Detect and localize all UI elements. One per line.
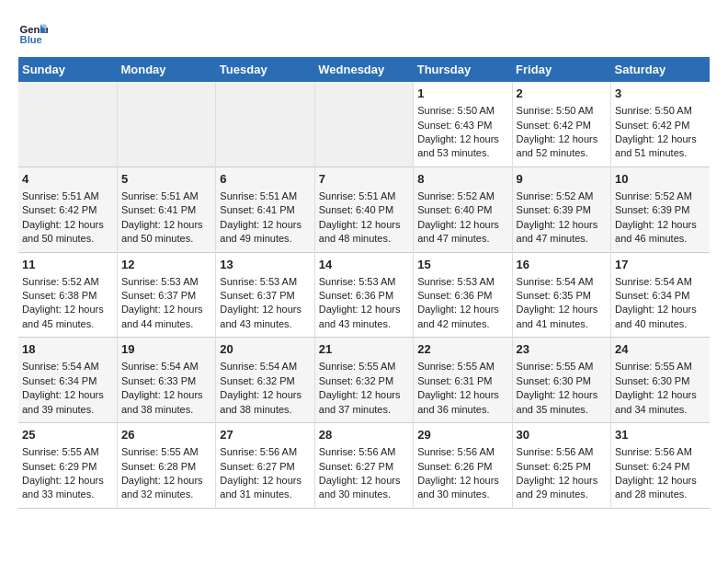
day-info: Sunrise: 5:52 AMSunset: 6:39 PMDaylight:… [517,190,598,244]
day-number: 17 [615,257,706,273]
day-cell-17: 17Sunrise: 5:54 AMSunset: 6:34 PMDayligh… [611,252,710,338]
day-cell-9: 9Sunrise: 5:52 AMSunset: 6:39 PMDaylight… [512,167,610,252]
day-info: Sunrise: 5:54 AMSunset: 6:32 PMDaylight:… [220,361,301,414]
day-info: Sunrise: 5:53 AMSunset: 6:36 PMDaylight:… [319,276,401,329]
day-info: Sunrise: 5:53 AMSunset: 6:36 PMDaylight:… [417,276,499,329]
day-number: 2 [517,86,607,102]
day-cell-empty [314,82,413,167]
day-info: Sunrise: 5:56 AMSunset: 6:24 PMDaylight:… [615,446,697,500]
day-cell-11: 11Sunrise: 5:52 AMSunset: 6:38 PMDayligh… [18,252,117,338]
day-number: 15 [417,257,507,273]
day-number: 20 [220,341,310,358]
day-number: 9 [517,171,607,188]
day-info: Sunrise: 5:51 AMSunset: 6:41 PMDaylight:… [121,190,203,244]
day-number: 16 [517,257,607,273]
day-cell-4: 4Sunrise: 5:51 AMSunset: 6:42 PMDaylight… [18,167,117,252]
day-number: 31 [615,427,706,443]
day-info: Sunrise: 5:50 AMSunset: 6:42 PMDaylight:… [517,105,598,158]
day-number: 8 [417,171,507,188]
day-info: Sunrise: 5:54 AMSunset: 6:34 PMDaylight:… [615,276,697,329]
day-info: Sunrise: 5:55 AMSunset: 6:32 PMDaylight:… [319,361,401,414]
logo: General Blue [18,18,51,48]
day-number: 5 [121,171,211,188]
day-info: Sunrise: 5:54 AMSunset: 6:33 PMDaylight:… [121,361,203,414]
day-info: Sunrise: 5:51 AMSunset: 6:40 PMDaylight:… [319,190,401,244]
day-number: 6 [220,171,310,188]
day-info: Sunrise: 5:55 AMSunset: 6:28 PMDaylight:… [121,446,203,500]
day-header-saturday: Saturday [611,57,710,82]
day-number: 25 [22,427,113,443]
calendar-table: SundayMondayTuesdayWednesdayThursdayFrid… [18,57,710,509]
day-header-monday: Monday [117,57,215,82]
day-number: 3 [615,86,706,102]
day-cell-empty [117,82,215,167]
day-cell-20: 20Sunrise: 5:54 AMSunset: 6:32 PMDayligh… [216,338,314,423]
day-number: 30 [517,427,607,443]
day-cell-27: 27Sunrise: 5:56 AMSunset: 6:27 PMDayligh… [216,423,314,509]
day-cell-13: 13Sunrise: 5:53 AMSunset: 6:37 PMDayligh… [216,252,314,338]
day-number: 1 [417,86,507,102]
day-cell-14: 14Sunrise: 5:53 AMSunset: 6:36 PMDayligh… [314,252,413,338]
day-cell-19: 19Sunrise: 5:54 AMSunset: 6:33 PMDayligh… [117,338,215,423]
day-number: 18 [22,341,113,358]
day-cell-empty [216,82,314,167]
day-number: 21 [319,341,409,358]
page-header: General Blue [18,18,710,48]
day-cell-31: 31Sunrise: 5:56 AMSunset: 6:24 PMDayligh… [611,423,710,509]
day-cell-30: 30Sunrise: 5:56 AMSunset: 6:25 PMDayligh… [512,423,610,509]
day-cell-3: 3Sunrise: 5:50 AMSunset: 6:42 PMDaylight… [611,82,710,167]
logo-icon: General Blue [18,18,48,48]
day-info: Sunrise: 5:53 AMSunset: 6:37 PMDaylight:… [121,276,203,329]
svg-text:Blue: Blue [20,34,42,45]
day-info: Sunrise: 5:55 AMSunset: 6:30 PMDaylight:… [517,361,598,414]
day-number: 24 [615,341,706,358]
day-info: Sunrise: 5:51 AMSunset: 6:42 PMDaylight:… [22,190,104,244]
day-cell-10: 10Sunrise: 5:52 AMSunset: 6:39 PMDayligh… [611,167,710,252]
day-info: Sunrise: 5:55 AMSunset: 6:30 PMDaylight:… [615,361,697,414]
day-number: 29 [417,427,507,443]
day-cell-5: 5Sunrise: 5:51 AMSunset: 6:41 PMDaylight… [117,167,215,252]
day-info: Sunrise: 5:51 AMSunset: 6:41 PMDaylight:… [220,190,301,244]
day-info: Sunrise: 5:53 AMSunset: 6:37 PMDaylight:… [220,276,301,329]
day-cell-25: 25Sunrise: 5:55 AMSunset: 6:29 PMDayligh… [18,423,117,509]
day-number: 4 [22,171,113,188]
day-header-thursday: Thursday [414,57,512,82]
day-number: 27 [220,427,310,443]
day-cell-2: 2Sunrise: 5:50 AMSunset: 6:42 PMDaylight… [512,82,610,167]
day-cell-6: 6Sunrise: 5:51 AMSunset: 6:41 PMDaylight… [216,167,314,252]
day-cell-22: 22Sunrise: 5:55 AMSunset: 6:31 PMDayligh… [414,338,512,423]
day-cell-29: 29Sunrise: 5:56 AMSunset: 6:26 PMDayligh… [414,423,512,509]
day-cell-18: 18Sunrise: 5:54 AMSunset: 6:34 PMDayligh… [18,338,117,423]
day-cell-1: 1Sunrise: 5:50 AMSunset: 6:43 PMDaylight… [414,82,512,167]
week-row-4: 18Sunrise: 5:54 AMSunset: 6:34 PMDayligh… [18,338,710,423]
day-number: 11 [22,257,113,273]
day-info: Sunrise: 5:55 AMSunset: 6:29 PMDaylight:… [22,446,104,500]
day-info: Sunrise: 5:56 AMSunset: 6:25 PMDaylight:… [517,446,598,500]
day-cell-7: 7Sunrise: 5:51 AMSunset: 6:40 PMDaylight… [314,167,413,252]
day-cell-21: 21Sunrise: 5:55 AMSunset: 6:32 PMDayligh… [314,338,413,423]
day-info: Sunrise: 5:50 AMSunset: 6:43 PMDaylight:… [417,105,499,158]
day-number: 10 [615,171,706,188]
day-info: Sunrise: 5:52 AMSunset: 6:40 PMDaylight:… [417,190,499,244]
header-row: SundayMondayTuesdayWednesdayThursdayFrid… [18,57,710,82]
day-info: Sunrise: 5:56 AMSunset: 6:27 PMDaylight:… [319,446,401,500]
day-header-friday: Friday [512,57,610,82]
day-header-wednesday: Wednesday [314,57,413,82]
week-row-3: 11Sunrise: 5:52 AMSunset: 6:38 PMDayligh… [18,252,710,338]
day-number: 28 [319,427,409,443]
day-number: 13 [220,257,310,273]
week-row-5: 25Sunrise: 5:55 AMSunset: 6:29 PMDayligh… [18,423,710,509]
day-number: 23 [517,341,607,358]
day-info: Sunrise: 5:56 AMSunset: 6:27 PMDaylight:… [220,446,301,500]
day-number: 12 [121,257,211,273]
day-cell-15: 15Sunrise: 5:53 AMSunset: 6:36 PMDayligh… [414,252,512,338]
day-cell-16: 16Sunrise: 5:54 AMSunset: 6:35 PMDayligh… [512,252,610,338]
day-cell-23: 23Sunrise: 5:55 AMSunset: 6:30 PMDayligh… [512,338,610,423]
day-number: 19 [121,341,211,358]
day-number: 7 [319,171,409,188]
day-cell-26: 26Sunrise: 5:55 AMSunset: 6:28 PMDayligh… [117,423,215,509]
day-info: Sunrise: 5:50 AMSunset: 6:42 PMDaylight:… [615,105,697,158]
day-cell-28: 28Sunrise: 5:56 AMSunset: 6:27 PMDayligh… [314,423,413,509]
day-number: 22 [417,341,507,358]
day-header-sunday: Sunday [18,57,117,82]
